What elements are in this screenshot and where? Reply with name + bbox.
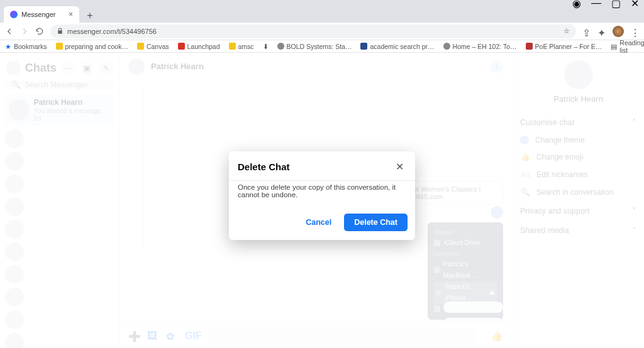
delete-chat-modal: Delete Chat ✕ Once you delete your copy … [229,151,415,240]
window-titlebar: ◉ — ▢ ✕ [0,0,644,6]
address-bar[interactable]: messenger.com/t/534496756 ☆ [50,24,576,38]
url-text: messenger.com/t/534496756 [67,28,157,35]
nav-reload-icon[interactable] [35,27,44,36]
window-maximize-icon[interactable]: ▢ [611,0,621,9]
new-tab-button[interactable]: + [83,9,97,23]
bookmark-item[interactable]: PoE Planner – For E… [526,43,602,50]
tab-messenger[interactable]: Messenger × [4,6,79,23]
nav-forward-icon[interactable] [20,27,29,36]
reading-list-button[interactable]: ▤ Reading list [611,39,644,54]
extensions-icon[interactable]: ✦ [597,27,606,36]
window-close-icon[interactable]: ✕ [631,0,639,9]
bookmark-item[interactable]: Launchpad [178,43,220,50]
bookmark-item[interactable]: amsc [229,43,254,50]
window-record-icon[interactable]: ◉ [572,0,581,9]
lock-icon [57,28,64,35]
share-icon[interactable]: ⇪ [582,27,591,36]
bookmark-item[interactable]: Home – EH 102: To… [443,43,517,50]
tab-title: Messenger [21,11,55,18]
bookmark-item[interactable]: Canvas [137,43,169,50]
browser-chrome: ◉ — ▢ ✕ Messenger × + messenger.com/t/53… [0,0,644,53]
bookmark-item[interactable]: BOLD Systems: Sta… [277,43,352,50]
profile-avatar-icon[interactable] [613,26,624,37]
modal-overlay: Delete Chat ✕ Once you delete your copy … [0,53,644,348]
modal-body: Once you delete your copy of this conver… [229,180,415,207]
window-minimize-icon[interactable]: — [591,0,601,9]
delete-chat-button[interactable]: Delete Chat [344,214,408,231]
nav-back-icon[interactable] [5,27,14,36]
bookmark-item[interactable]: preparing and cook… [56,43,128,50]
bookmark-item[interactable]: academic search pr… [360,43,434,50]
star-icon[interactable]: ☆ [564,27,570,35]
modal-title: Delete Chat [238,161,290,172]
tab-close-icon[interactable]: × [69,10,73,19]
address-row: messenger.com/t/534496756 ☆ ⇪ ✦ ⋮ [0,23,644,40]
chrome-menu-icon[interactable]: ⋮ [630,27,639,36]
bookmarks-bar: ★Bookmarks preparing and cook… Canvas La… [0,40,644,53]
cancel-button[interactable]: Cancel [301,214,336,231]
messenger-app: Chats ⋯ ▣ ✎ 🔍 Search Messenger Patrick H… [0,53,644,348]
bookmarks-bar-label[interactable]: ★Bookmarks [5,43,47,50]
tab-strip: Messenger × + [0,6,644,23]
bookmark-item[interactable]: ⬇ [263,43,269,50]
messenger-favicon-icon [10,11,18,18]
modal-close-icon[interactable]: ✕ [392,160,406,174]
